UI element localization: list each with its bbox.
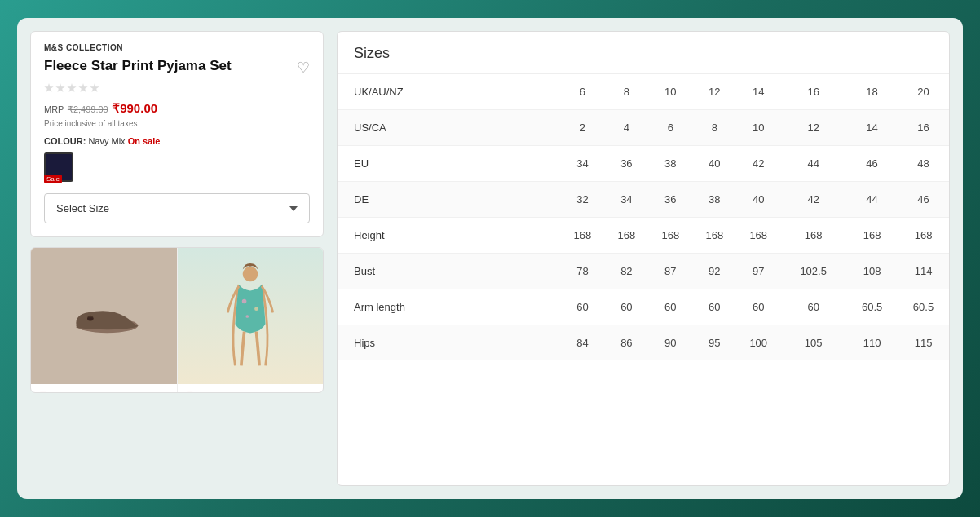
cell-value: 38 (692, 182, 736, 218)
cell-value: 38 (648, 146, 692, 182)
table-row: Height168168168168168168168168 (338, 218, 949, 254)
cell-value: 105 (780, 325, 846, 361)
svg-rect-2 (87, 317, 93, 320)
tax-note: Price inclusive of all taxes (44, 119, 310, 128)
cell-value: 60 (604, 289, 648, 325)
cell-value: 36 (604, 146, 648, 182)
reco-item-model[interactable]: ₹1,190.00 Floral Wrap (178, 248, 324, 392)
cell-value: 12 (692, 74, 736, 110)
cell-value: 168 (898, 218, 949, 254)
table-row: Bust7882879297102.5108114 (338, 254, 949, 289)
cell-value: 40 (692, 146, 736, 182)
cell-value: 8 (692, 110, 736, 146)
cell-value: 100 (736, 325, 780, 361)
recommendations-card: ₹1,190.00 ★ ★ ★ ★ ★ (30, 247, 324, 393)
colour-value: Navy Mix (88, 136, 127, 146)
colour-swatches: Sale (44, 152, 310, 182)
svg-point-5 (254, 307, 258, 311)
cell-value: 44 (780, 146, 846, 182)
product-card: M&S COLLECTION Fleece Star Print Pyjama … (30, 31, 324, 237)
reco-img-shoe (31, 248, 177, 384)
cell-value: 90 (648, 325, 692, 361)
product-title-row: Fleece Star Print Pyjama Set ♡ (44, 57, 310, 77)
cell-value: 168 (604, 218, 648, 254)
cell-value: 60.5 (846, 289, 898, 325)
cell-value: 46 (898, 182, 949, 218)
cell-value: 78 (560, 254, 604, 289)
cell-value: 12 (780, 110, 846, 146)
cell-value: 82 (604, 254, 648, 289)
row-label: US/CA (338, 110, 560, 146)
row-label: EU (338, 146, 560, 182)
row-label: Height (338, 218, 560, 254)
cell-value: 32 (560, 182, 604, 218)
current-price: ₹990.00 (112, 101, 157, 115)
row-label: Bust (338, 254, 560, 289)
cell-value: 10 (736, 110, 780, 146)
cell-value: 14 (846, 110, 898, 146)
shoe-illustration (67, 292, 140, 341)
size-select[interactable]: Select Size 6810 121416 1820 (44, 193, 310, 223)
cell-value: 86 (604, 325, 648, 361)
on-sale-badge: On sale (128, 136, 161, 146)
cell-value: 36 (648, 182, 692, 218)
right-panel: Sizes UK/AU/NZ68101214161820US/CA2468101… (337, 31, 950, 486)
star-1 (44, 83, 54, 93)
mrp-old-price: ₹2,499.00 (68, 104, 108, 114)
star-4 (78, 83, 88, 93)
cell-value: 60 (648, 289, 692, 325)
cell-value: 46 (846, 146, 898, 182)
mrp-label: MRP (44, 104, 64, 114)
row-label: Hips (338, 325, 560, 361)
cell-value: 102.5 (780, 254, 846, 289)
product-title: Fleece Star Print Pyjama Set (44, 57, 232, 75)
left-panel: M&S COLLECTION Fleece Star Print Pyjama … (30, 31, 324, 486)
row-label: UK/AU/NZ (338, 74, 560, 110)
cell-value: 44 (846, 182, 898, 218)
colour-row: COLOUR: Navy Mix On sale (44, 136, 310, 146)
cell-value: 95 (692, 325, 736, 361)
main-container: M&S COLLECTION Fleece Star Print Pyjama … (17, 18, 963, 499)
cell-value: 34 (560, 146, 604, 182)
table-row: US/CA246810121416 (338, 110, 949, 146)
reco-item-shoe[interactable]: ₹1,190.00 ★ ★ ★ ★ ★ (31, 248, 178, 392)
cell-value: 8 (604, 74, 648, 110)
cell-value: 168 (736, 218, 780, 254)
cell-value: 2 (560, 110, 604, 146)
brand-label: M&S COLLECTION (44, 43, 310, 52)
price-row: MRP ₹2,499.00 ₹990.00 (44, 101, 310, 116)
svg-point-3 (242, 266, 258, 281)
cell-value: 168 (780, 218, 846, 254)
cell-value: 14 (736, 74, 780, 110)
cell-value: 168 (648, 218, 692, 254)
table-row: DE3234363840424446 (338, 182, 949, 218)
cell-value: 6 (560, 74, 604, 110)
table-row: UK/AU/NZ68101214161820 (338, 74, 949, 110)
model-illustration (218, 263, 283, 369)
cell-value: 42 (780, 182, 846, 218)
swatch-sale-badge: Sale (44, 175, 62, 183)
svg-point-4 (242, 298, 247, 303)
row-label: DE (338, 182, 560, 218)
cell-value: 34 (604, 182, 648, 218)
star-5 (90, 83, 99, 93)
size-table: UK/AU/NZ68101214161820US/CA246810121416E… (338, 74, 949, 360)
cell-value: 87 (648, 254, 692, 289)
cell-value: 92 (692, 254, 736, 289)
cell-value: 110 (846, 325, 898, 361)
star-2 (55, 83, 65, 93)
reco-price-model: ₹1,190.00 (186, 391, 316, 393)
cell-value: 97 (736, 254, 780, 289)
cell-value: 60.5 (898, 289, 949, 325)
cell-value: 60 (560, 289, 604, 325)
cell-value: 42 (736, 146, 780, 182)
table-row: Arm length60606060606060.560.5 (338, 289, 949, 325)
cell-value: 40 (736, 182, 780, 218)
cell-value: 114 (898, 254, 949, 289)
cell-value: 115 (898, 325, 949, 361)
star-3 (67, 83, 77, 93)
cell-value: 10 (648, 74, 692, 110)
cell-value: 60 (736, 289, 780, 325)
cell-value: 6 (648, 110, 692, 146)
wishlist-button[interactable]: ♡ (297, 59, 310, 77)
